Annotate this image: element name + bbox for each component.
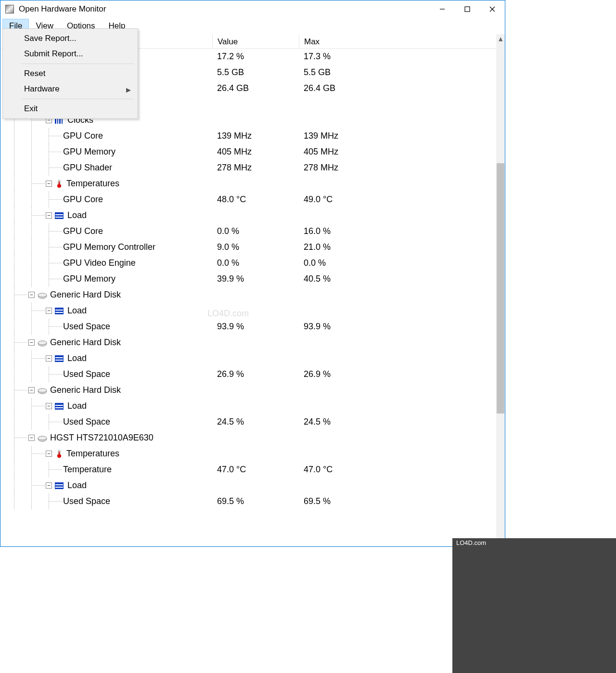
collapse-toggle[interactable]: − xyxy=(46,212,52,219)
tree-row[interactable]: −Generic Hard Disk xyxy=(0,335,496,350)
tree-cell: −Load xyxy=(0,478,212,493)
collapse-toggle[interactable]: − xyxy=(46,403,52,409)
collapse-toggle[interactable]: − xyxy=(46,451,52,457)
tree-cell: GPU Memory xyxy=(0,144,212,160)
file-exit[interactable]: Exit xyxy=(3,101,138,116)
app-icon xyxy=(5,5,14,13)
tree-row[interactable]: GPU Video Engine0.0 %0.0 % xyxy=(0,255,496,271)
max-cell: 24.5 % xyxy=(299,417,385,427)
collapse-toggle[interactable]: − xyxy=(46,181,52,187)
close-button[interactable] xyxy=(480,0,505,18)
max-cell: 26.9 % xyxy=(299,369,385,379)
tree-row[interactable]: GPU Core48.0 °C49.0 °C xyxy=(0,192,496,207)
scroll-thumb[interactable] xyxy=(497,163,504,414)
tree-row[interactable]: Used Space93.9 %93.9 % xyxy=(0,319,496,335)
load-icon xyxy=(55,355,64,362)
svg-point-8 xyxy=(38,293,47,297)
file-hardware[interactable]: Hardware ▶ xyxy=(3,81,138,97)
collapse-toggle[interactable]: − xyxy=(46,355,52,362)
titlebar: Open Hardware Monitor xyxy=(0,0,505,18)
tree-row[interactable]: −HGST HTS721010A9E630 xyxy=(0,430,496,446)
tree-row[interactable]: −Load xyxy=(0,398,496,414)
scroll-up-icon[interactable]: ▴ xyxy=(496,34,505,43)
tree-row[interactable]: GPU Memory405 MHz405 MHz xyxy=(0,144,496,160)
value-cell: 5.5 GB xyxy=(212,67,299,78)
tree-cell: −Generic Hard Disk xyxy=(0,335,212,350)
tree-row[interactable]: GPU Core0.0 %16.0 % xyxy=(0,223,496,239)
file-save-report[interactable]: Save Report... xyxy=(3,31,138,46)
tree-cell: −Temperatures xyxy=(0,446,212,462)
node-label: Temperature xyxy=(63,465,112,475)
node-label: Temperatures xyxy=(66,179,119,189)
tree-row[interactable]: −Load xyxy=(0,303,496,319)
max-cell: 21.0 % xyxy=(299,242,385,252)
tree-row[interactable]: Temperature47.0 °C47.0 °C xyxy=(0,462,496,478)
tree-row[interactable]: −Load xyxy=(0,478,496,493)
collapse-toggle[interactable]: − xyxy=(46,482,52,489)
collapse-toggle[interactable]: − xyxy=(28,435,35,441)
window-title: Open Hardware Monitor xyxy=(19,4,430,14)
node-label: Load xyxy=(67,480,87,491)
tree-row[interactable]: Used Space26.9 %26.9 % xyxy=(0,366,496,382)
svg-rect-17 xyxy=(59,452,60,455)
node-label: Generic Hard Disk xyxy=(50,337,121,348)
column-max[interactable]: Max xyxy=(299,35,385,49)
tree-row[interactable]: Used Space69.5 %69.5 % xyxy=(0,493,496,509)
value-cell: 139 MHz xyxy=(212,131,299,141)
tree-cell: GPU Core xyxy=(0,223,212,239)
max-cell: 0.0 % xyxy=(299,258,385,268)
load-icon xyxy=(55,403,64,410)
node-label: Used Space xyxy=(63,417,110,427)
value-cell: 26.4 GB xyxy=(212,83,299,93)
tree-row[interactable]: −Load xyxy=(0,350,496,366)
value-cell: 69.5 % xyxy=(212,496,299,506)
thermometer-icon xyxy=(55,180,64,188)
chevron-right-icon: ▶ xyxy=(126,86,131,93)
minimize-button[interactable] xyxy=(430,0,455,18)
load-icon xyxy=(55,308,64,314)
collapse-toggle[interactable]: − xyxy=(28,339,35,346)
tree-cell: −Load xyxy=(0,350,212,366)
tree-cell: −HGST HTS721010A9E630 xyxy=(0,430,212,446)
tree-cell: Temperature xyxy=(0,462,212,478)
tree-row[interactable]: −Temperatures xyxy=(0,176,496,192)
tree-row[interactable]: −Generic Hard Disk xyxy=(0,287,496,303)
value-cell: 48.0 °C xyxy=(212,194,299,205)
max-cell: 69.5 % xyxy=(299,496,385,506)
tree-row[interactable]: −Temperatures xyxy=(0,446,496,462)
svg-point-10 xyxy=(38,341,47,345)
file-reset[interactable]: Reset xyxy=(3,66,138,81)
thermometer-icon xyxy=(55,450,64,458)
svg-point-12 xyxy=(38,388,47,392)
tree-row[interactable]: −Generic Hard Disk xyxy=(0,382,496,398)
file-hardware-label: Hardware xyxy=(24,84,60,93)
tree-row[interactable]: GPU Core139 MHz139 MHz xyxy=(0,128,496,144)
scroll-track[interactable] xyxy=(496,43,505,538)
collapse-toggle[interactable]: − xyxy=(46,308,52,314)
load-icon xyxy=(55,212,64,219)
collapse-toggle[interactable]: − xyxy=(28,292,35,298)
node-label: Generic Hard Disk xyxy=(50,290,121,300)
svg-point-14 xyxy=(38,436,47,440)
tree-row[interactable]: GPU Shader278 MHz278 MHz xyxy=(0,160,496,176)
max-cell: 278 MHz xyxy=(299,163,385,173)
max-cell: 26.4 GB xyxy=(299,83,385,93)
node-label: GPU Shader xyxy=(63,163,112,173)
value-cell: 47.0 °C xyxy=(212,465,299,475)
value-cell: 405 MHz xyxy=(212,147,299,157)
collapse-toggle[interactable]: − xyxy=(28,387,35,393)
menu-separator xyxy=(21,64,134,64)
file-submit-report[interactable]: Submit Report... xyxy=(3,46,138,62)
column-value[interactable]: Value xyxy=(212,35,299,49)
menu-separator xyxy=(21,99,134,99)
vertical-scrollbar[interactable]: ▴ ▾ xyxy=(496,34,505,546)
node-label: Load xyxy=(67,353,87,363)
tree-row[interactable]: GPU Memory Controller9.0 %21.0 % xyxy=(0,239,496,255)
maximize-button[interactable] xyxy=(455,0,480,18)
tree-row[interactable]: GPU Memory39.9 %40.5 % xyxy=(0,271,496,287)
tree-row[interactable]: Used Space24.5 %24.5 % xyxy=(0,414,496,430)
tree-row[interactable]: −Load xyxy=(0,207,496,223)
tree-cell: Used Space xyxy=(0,493,212,509)
tree-cell: GPU Memory Controller xyxy=(0,239,212,255)
node-label: GPU Core xyxy=(63,131,103,141)
